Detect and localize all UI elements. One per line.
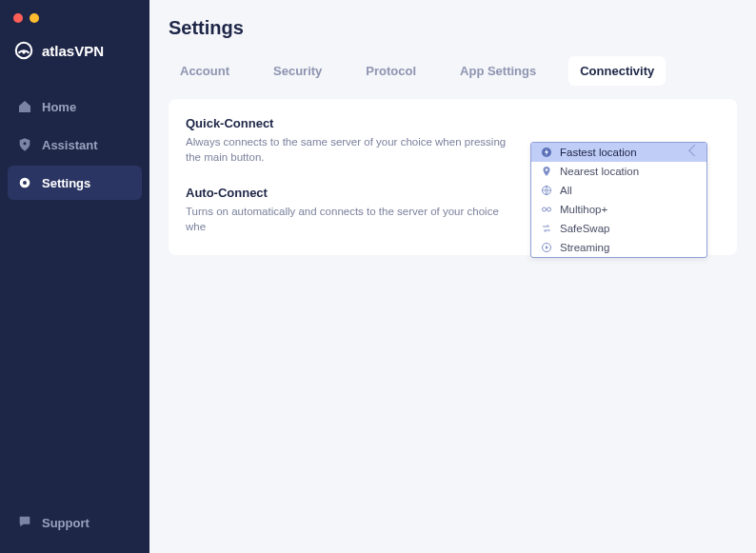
sidebar-nav: Home Assistant Settings [8,89,142,200]
dropdown-option-label: Fastest location [560,147,637,158]
svg-point-4 [23,181,27,185]
dropdown-option-nearest-location[interactable]: Nearest location [531,162,706,181]
bolt-icon [541,147,552,158]
dropdown-option-label: Streaming [560,242,609,253]
close-window-button[interactable] [13,13,23,23]
setting-title: Quick-Connect [186,116,720,130]
window-controls [8,10,142,34]
sidebar-item-home[interactable]: Home [8,89,142,124]
chat-bubble-icon [17,514,32,532]
tab-account[interactable]: Account [169,56,241,86]
quick-connect-dropdown[interactable]: Fastest location Nearest location All Mu… [530,142,707,258]
svg-point-1 [22,50,26,54]
sidebar-item-label: Settings [42,176,90,190]
svg-point-2 [23,142,26,145]
settings-tabs: Account Security Protocol App Settings C… [169,56,737,86]
setting-description: Always connects to the same server of yo… [186,134,519,165]
page-title: Settings [169,17,737,39]
sidebar-item-label: Assistant [42,138,98,152]
dropdown-option-fastest-location[interactable]: Fastest location [531,143,706,162]
sidebar-item-settings[interactable]: Settings [8,166,142,200]
dropdown-option-safeswap[interactable]: SafeSwap [531,219,706,238]
svg-point-6 [546,168,548,171]
brand-name: atlasVPN [42,43,104,59]
tab-protocol[interactable]: Protocol [354,56,428,86]
setting-description: Turns on automatically and connects to t… [186,204,519,234]
dropdown-option-label: All [560,185,572,196]
dropdown-option-all[interactable]: All [531,181,706,200]
main-content: Settings Account Security Protocol App S… [149,0,756,553]
shield-user-icon [17,137,32,152]
brand: atlasVPN [8,34,142,89]
sidebar-item-assistant[interactable]: Assistant [8,128,142,162]
sidebar-item-label: Home [42,100,76,114]
home-icon [17,99,32,114]
location-pin-icon [541,166,552,177]
swap-icon [541,223,552,234]
dropdown-option-label: Nearest location [560,166,639,177]
sidebar: atlasVPN Home Assistant Settings Support [0,0,149,553]
minimize-window-button[interactable] [30,13,39,23]
dropdown-option-label: SafeSwap [560,223,609,234]
atlasvpn-logo-icon [13,40,34,61]
gear-icon [17,175,32,190]
globe-icon [541,185,552,196]
dropdown-option-multihop[interactable]: Multihop+ [531,200,706,219]
tab-connectivity[interactable]: Connectivity [568,56,666,86]
multihop-icon [541,204,552,215]
tab-security[interactable]: Security [262,56,333,86]
dropdown-option-streaming[interactable]: Streaming [531,238,706,257]
svg-point-8 [543,207,547,211]
play-icon [541,242,552,253]
svg-point-9 [547,207,551,211]
tab-app-settings[interactable]: App Settings [448,56,547,86]
dropdown-option-label: Multihop+ [560,204,607,215]
sidebar-item-support[interactable]: Support [8,504,142,543]
support-label: Support [42,516,90,530]
